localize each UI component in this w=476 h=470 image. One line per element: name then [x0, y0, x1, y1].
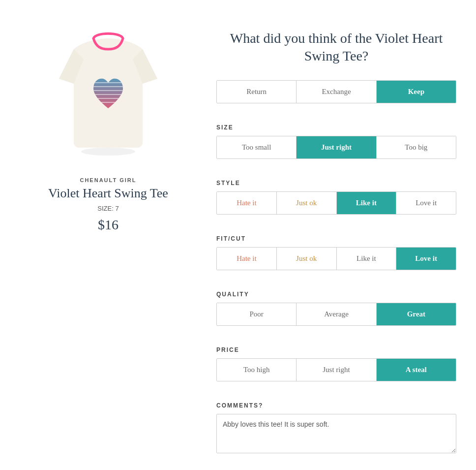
price-a-steal-button[interactable]: A steal [377, 359, 456, 381]
size-just-right-button[interactable]: Just right [297, 136, 376, 158]
decision-return-button[interactable]: Return [217, 81, 297, 103]
price-just-right-button[interactable]: Just right [297, 359, 376, 381]
decision-keep-button[interactable]: Keep [377, 81, 456, 103]
size-section: SIZE Too small Just right Too big [216, 124, 456, 171]
style-love-button[interactable]: Love it [396, 192, 456, 214]
fit-just-ok-button[interactable]: Just ok [277, 248, 337, 270]
style-section: STYLE Hate it Just ok Like it Love it [216, 180, 456, 226]
comments-section: COMMENTS? [216, 402, 456, 455]
style-like-button[interactable]: Like it [337, 192, 397, 214]
product-size: SIZE: 7 [97, 205, 119, 212]
quality-great-button[interactable]: Great [377, 303, 456, 325]
size-too-small-button[interactable]: Too small [217, 136, 297, 158]
decision-exchange-button[interactable]: Exchange [297, 81, 376, 103]
quality-button-group: Poor Average Great [216, 303, 456, 326]
size-label: SIZE [216, 124, 456, 131]
product-name: Violet Heart Swing Tee [48, 186, 168, 201]
comments-label: COMMENTS? [216, 402, 456, 409]
left-column: CHENAULT GIRL Violet Heart Swing Tee SIZ… [30, 20, 187, 464]
svg-point-6 [81, 148, 135, 156]
style-label: STYLE [216, 180, 456, 187]
quality-section: QUALITY Poor Average Great [216, 291, 456, 338]
quality-poor-button[interactable]: Poor [217, 303, 297, 325]
price-too-high-button[interactable]: Too high [217, 359, 297, 381]
quality-label: QUALITY [216, 291, 456, 298]
quality-average-button[interactable]: Average [297, 303, 376, 325]
style-button-group: Hate it Just ok Like it Love it [216, 191, 456, 215]
comments-textarea[interactable] [216, 414, 456, 453]
price-button-group: Too high Just right A steal [216, 358, 456, 381]
price-label: PRICE [216, 346, 456, 353]
style-hate-button[interactable]: Hate it [217, 192, 277, 214]
fit-button-group: Hate it Just ok Like it Love it [216, 247, 456, 270]
style-just-ok-button[interactable]: Just ok [277, 192, 337, 214]
price-section: PRICE Too high Just right A steal [216, 346, 456, 393]
size-button-group: Too small Just right Too big [216, 136, 456, 159]
decision-button-group: Return Exchange Keep [216, 80, 456, 103]
fit-love-button[interactable]: Love it [396, 248, 456, 270]
fit-like-button[interactable]: Like it [337, 248, 397, 270]
product-price: $16 [98, 217, 119, 233]
brand-name: CHENAULT GIRL [80, 177, 136, 183]
fit-label: FIT/CUT [216, 235, 456, 242]
fit-hate-button[interactable]: Hate it [217, 248, 277, 270]
page-title: What did you think of the Violet Heart S… [216, 30, 456, 65]
size-too-big-button[interactable]: Too big [377, 136, 456, 158]
fit-section: FIT/CUT Hate it Just ok Like it Love it [216, 235, 456, 282]
product-image [39, 20, 177, 167]
decision-section: Return Exchange Keep [216, 80, 456, 115]
right-column: What did you think of the Violet Heart S… [216, 20, 456, 464]
